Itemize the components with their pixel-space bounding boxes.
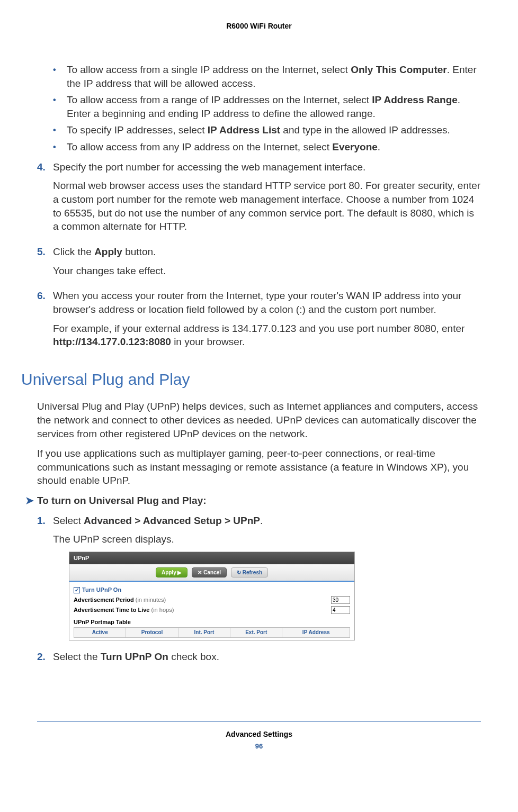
text: To allow access from any IP address on t… [67,141,332,152]
text: Advertisement Time to Live [74,607,149,613]
checkbox-icon: ✓ [74,587,80,593]
step-number: 5. [37,245,53,283]
bullet-icon: • [53,123,67,137]
step-number: 6. [37,289,53,354]
step-4: 4. Specify the port number for accessing… [37,160,481,239]
text: For example, if your external address is… [53,322,481,349]
procedure-title: To turn on Universal Plug and Play: [37,494,207,508]
adv-ttl-label: Advertisement Time to Live (in hops) [74,606,174,614]
text: Select Advanced > Advanced Setup > UPnP. [53,514,481,528]
text: . [260,515,263,526]
step-body: Specify the port number for accessing th… [53,160,481,239]
col-ip-address: IP Address [282,628,350,637]
text: Select [53,515,84,526]
text: Specify the port number for accessing th… [53,160,481,174]
bullet-text: To allow access from any IP address on t… [67,140,481,154]
bullet-text: To allow access from a single IP address… [67,63,481,90]
bold-text: Advanced > Advanced Setup > UPnP [84,515,260,526]
apply-button[interactable]: Apply ▶ [156,567,188,578]
panel-title: UPnP [69,552,354,564]
col-protocol: Protocol [126,628,178,637]
col-int-port: Int. Port [178,628,230,637]
step-5: 5. Click the Apply button. Your changes … [37,245,481,283]
text: To allow access from a single IP address… [67,64,351,75]
bold-text: Everyone [332,141,378,152]
bold-text: http://134.177.0.123:8080 [53,336,171,347]
text: When you access your router from the Int… [53,289,481,316]
text: Your changes take effect. [53,264,481,278]
footer-chapter: Advanced Settings [37,729,481,739]
text: and type in the allowed IP addresses. [280,124,450,136]
bold-text: IP Address List [208,124,280,136]
section-heading-upnp: Universal Plug and Play [21,369,481,391]
portmap-table-header: Active Protocol Int. Port Ext. Port IP A… [74,627,350,638]
refresh-button[interactable]: ↻ Refresh [231,567,268,578]
turn-upnp-on-checkbox[interactable]: ✓ Turn UPnP On [74,586,121,594]
doc-header: R6000 WiFi Router [37,21,481,31]
proc-step-1: 1. Select Advanced > Advanced Setup > UP… [37,514,481,644]
toolbar: Apply ▶ ✕ Cancel ↻ Refresh [69,564,354,582]
text: To specify IP addresses, select [67,124,208,136]
portmap-table-label: UPnP Portmap Table [74,618,350,626]
bold-text: IP Address Range [372,94,458,105]
bold-text: Apply [94,246,122,257]
bullet-text: To specify IP addresses, select IP Addre… [67,123,481,137]
text: Advertisement Period [74,597,134,603]
page-footer: Advanced Settings 96 [37,721,481,751]
footer-page-number: 96 [37,742,481,751]
text: To allow access from a range of IP addre… [67,94,372,105]
text: Select the Turn UPnP On check box. [53,650,481,664]
text: . [378,141,380,152]
bullet-item: • To allow access from a range of IP add… [53,93,481,120]
bold-text: Turn UPnP On [101,651,168,662]
step-body: Click the Apply button. Your changes tak… [53,245,481,283]
step-body: Select the Turn UPnP On check box. [53,650,481,669]
text: Normal web browser access uses the stand… [53,179,481,233]
step-body: Select Advanced > Advanced Setup > UPnP.… [53,514,481,644]
text: in your browser. [171,336,245,347]
checkbox-label: Turn UPnP On [82,586,121,594]
bullet-icon: • [53,63,67,90]
bullet-item: • To specify IP addresses, select IP Add… [53,123,481,137]
panel-body: ✓ Turn UPnP On Advertisement Period (in … [69,582,354,639]
step-body: When you access your router from the Int… [53,289,481,354]
proc-step-2: 2. Select the Turn UPnP On check box. [37,650,481,669]
bullet-item: • To allow access from a single IP addre… [53,63,481,90]
bullet-icon: • [53,140,67,154]
cancel-button[interactable]: ✕ Cancel [192,567,227,578]
bullet-text: To allow access from a range of IP addre… [67,93,481,120]
text: Click the [53,246,94,257]
bullet-item: • To allow access from any IP address on… [53,140,481,154]
text: For example, if your external address is… [53,323,465,334]
step-number: 2. [37,650,53,669]
text: Select the [53,651,101,662]
col-ext-port: Ext. Port [230,628,282,637]
text: check box. [168,651,219,662]
step-number: 4. [37,160,53,239]
step-6: 6. When you access your router from the … [37,289,481,354]
bullet-icon: • [53,93,67,120]
procedure-header: ➤ To turn on Universal Plug and Play: [25,494,481,508]
text: Click the Apply button. [53,245,481,259]
adv-ttl-input[interactable] [331,606,350,614]
upnp-screenshot: UPnP Apply ▶ ✕ Cancel ↻ Refresh ✓ Turn U… [69,552,355,640]
paragraph: Universal Plug and Play (UPnP) helps dev… [37,400,481,440]
bold-text: Only This Computer [351,64,447,75]
text: (in minutes) [134,597,166,603]
step-number: 1. [37,514,53,644]
col-active: Active [74,628,126,637]
arrow-icon: ➤ [25,494,37,508]
text: (in hops) [149,607,174,613]
adv-period-input[interactable] [331,596,350,604]
text: The UPnP screen displays. [53,533,481,546]
adv-period-label: Advertisement Period (in minutes) [74,596,166,604]
text: button. [122,246,156,257]
paragraph: If you use applications such as multipla… [37,447,481,488]
